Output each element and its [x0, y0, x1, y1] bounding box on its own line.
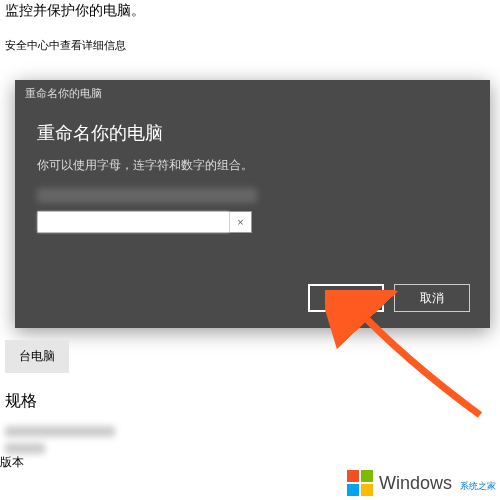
- watermark: Windows 系统之家: [347, 470, 496, 496]
- dialog-description: 你可以使用字母，连字符和数字的组合。: [37, 157, 468, 174]
- page-subline: 安全中心中查看详细信息: [5, 38, 500, 53]
- specs-section-title: 规格: [5, 391, 500, 412]
- version-label: 版本: [0, 454, 24, 471]
- pc-name-input-wrap: ×: [37, 211, 252, 233]
- svg-rect-0: [347, 470, 359, 482]
- pc-name-input[interactable]: [38, 212, 229, 232]
- svg-rect-3: [361, 484, 373, 496]
- svg-rect-2: [347, 484, 359, 496]
- rename-pc-dialog: 重命名你的电脑 重命名你的电脑 你可以使用字母，连字符和数字的组合。 × 下一页…: [15, 80, 490, 328]
- page-heading: 监控并保护你的电脑。: [5, 2, 500, 20]
- next-button[interactable]: 下一页: [308, 284, 384, 312]
- svg-rect-1: [361, 470, 373, 482]
- tab-this-pc[interactable]: 台电脑: [5, 340, 69, 373]
- dialog-titlebar: 重命名你的电脑: [15, 80, 490, 107]
- cancel-button[interactable]: 取消: [394, 284, 470, 312]
- watermark-brand: Windows: [379, 473, 452, 494]
- watermark-sub: 系统之家: [460, 480, 496, 493]
- current-name-blurred: [37, 188, 257, 203]
- clear-input-button[interactable]: ×: [229, 212, 251, 232]
- windows-logo-icon: [347, 470, 373, 496]
- specs-blurred: [5, 426, 500, 454]
- dialog-heading: 重命名你的电脑: [37, 121, 468, 145]
- close-icon: ×: [237, 216, 243, 228]
